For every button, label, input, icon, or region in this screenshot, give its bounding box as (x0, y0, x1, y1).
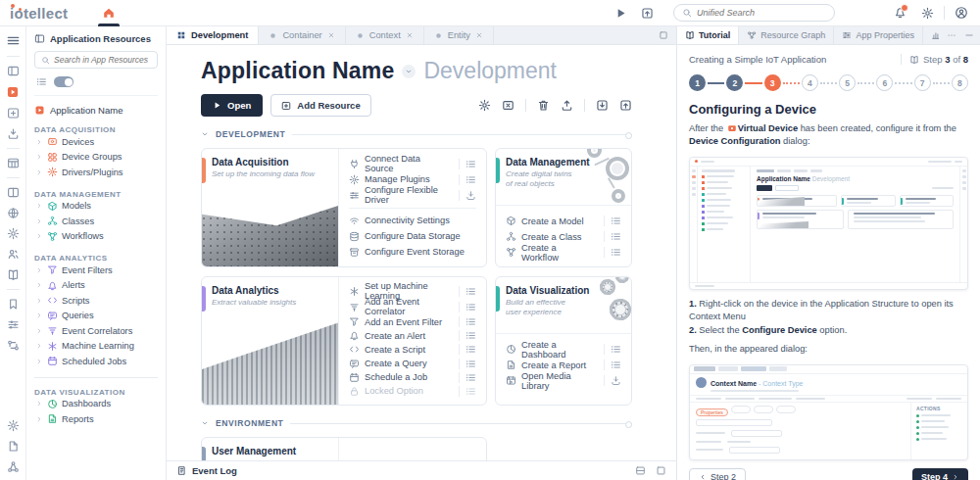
run-icon[interactable] (614, 7, 627, 20)
action-create-script[interactable]: Create a Script (349, 343, 476, 356)
minimize-icon[interactable] (964, 30, 974, 40)
web-icon[interactable] (7, 207, 20, 219)
sidebar-item-scripts[interactable]: Scripts (34, 293, 158, 309)
add-window-icon[interactable] (7, 107, 20, 120)
system-settings-icon[interactable] (7, 227, 20, 240)
view-toggle[interactable] (54, 76, 74, 87)
sidebar-item-dashboards[interactable]: Dashboards (34, 397, 158, 412)
sidebar-item-workflows[interactable]: Workflows (34, 229, 158, 245)
step-5[interactable]: 5 (839, 74, 856, 91)
sidebar-item-drivers-plugins[interactable]: Drivers/Plugins (34, 165, 158, 180)
data-management-media[interactable]: Data Management Create digital twins of … (496, 149, 631, 206)
home-tab[interactable] (95, 0, 122, 26)
sidebar-item-devices[interactable]: Devices (34, 134, 158, 150)
unified-search-input[interactable] (697, 8, 826, 18)
upload-icon[interactable] (561, 99, 573, 112)
sidebar-item-machine-learning[interactable]: Machine Learning (34, 339, 158, 355)
list-icon[interactable] (466, 286, 476, 297)
next-step-button[interactable]: Step 4 (912, 468, 968, 480)
action-create-model[interactable]: Create a Model (506, 214, 621, 228)
resource-search[interactable] (34, 51, 158, 69)
sidebar-item-queries[interactable]: Queries (34, 309, 158, 324)
list-icon[interactable] (466, 316, 476, 327)
import-box-icon[interactable] (596, 99, 609, 112)
step-1[interactable]: 1 (689, 74, 706, 91)
action-configure-event-storage[interactable]: Configure Event Storage (349, 245, 476, 260)
applications-icon[interactable] (6, 85, 20, 99)
action-open-media-library[interactable]: Open Media Library (506, 373, 621, 388)
export-doc-icon[interactable] (7, 440, 20, 453)
settings-icon[interactable] (478, 99, 491, 112)
overflow-icon[interactable] (947, 30, 956, 40)
list-icon[interactable] (466, 330, 476, 341)
notifications-icon[interactable] (894, 6, 906, 19)
sidebar-item-scheduled-jobs[interactable]: Scheduled Jobs (34, 354, 158, 369)
knowledge-base-icon[interactable] (7, 268, 20, 281)
tree-list-icon[interactable] (36, 76, 47, 87)
action-create-dashboard[interactable]: Create a Dashboard (506, 342, 621, 357)
list-icon[interactable] (466, 372, 476, 383)
list-icon[interactable] (466, 159, 476, 169)
tab-statistics[interactable]: St (923, 26, 939, 44)
export-icon[interactable] (641, 7, 654, 20)
panels-icon[interactable] (7, 65, 20, 77)
layout-icon[interactable] (7, 186, 20, 199)
list-icon[interactable] (466, 344, 476, 355)
user-management-media[interactable]: User Management Control over access and … (202, 438, 339, 460)
tree-root-application[interactable]: Application Name (34, 105, 158, 116)
sidebar-item-event-filters[interactable]: Event Filters (34, 263, 158, 278)
step-8[interactable]: 8 (952, 74, 968, 91)
action-connectivity-settings[interactable]: Connectivity Settings (349, 214, 476, 228)
prev-step-button[interactable]: Step 2 (689, 468, 746, 480)
event-log-bar[interactable]: Event Log (167, 460, 676, 480)
variables-icon[interactable] (502, 99, 514, 112)
list-icon[interactable] (611, 216, 621, 226)
download-icon[interactable] (466, 190, 476, 201)
action-create-alert[interactable]: Create an Alert (349, 329, 476, 342)
title-dropdown[interactable] (402, 65, 416, 78)
unified-search[interactable] (673, 4, 835, 22)
action-create-workflow[interactable]: Create a Workflow (506, 245, 621, 260)
tab-context[interactable]: Context (346, 26, 424, 44)
list-icon[interactable] (611, 247, 621, 258)
action-configure-data-storage[interactable]: Configure Data Storage (349, 229, 476, 244)
workflow-icon[interactable] (7, 339, 20, 352)
list-icon[interactable] (466, 302, 476, 312)
split-panel-icon[interactable] (635, 465, 646, 476)
menu-icon[interactable] (6, 33, 21, 48)
tab-tutorial[interactable]: Tutorial (677, 26, 739, 44)
maximize-icon[interactable] (656, 465, 666, 476)
step-4[interactable]: 4 (802, 74, 818, 91)
table-icon[interactable] (7, 157, 20, 169)
list-icon[interactable] (466, 359, 476, 369)
network-icon[interactable] (7, 460, 20, 473)
settings-icon[interactable] (921, 7, 934, 20)
step-3[interactable]: 3 (764, 74, 781, 91)
step-6[interactable]: 6 (876, 74, 893, 91)
step-7[interactable]: 7 (914, 74, 931, 91)
tab-entity[interactable]: Entity (424, 26, 494, 44)
action-add-event-correlator[interactable]: Add an Event Correlator (349, 300, 476, 314)
data-acquisition-media[interactable]: Data Acquisition Set up the incoming dat… (202, 149, 339, 266)
action-connect-data-source[interactable]: Connect Data Source (349, 157, 476, 171)
bookmarks-icon[interactable] (7, 298, 20, 311)
tab-container[interactable]: Container (259, 26, 345, 44)
tab-app-properties[interactable]: App Properties (834, 26, 923, 44)
close-icon[interactable] (327, 31, 335, 39)
export-box-icon[interactable] (619, 99, 632, 112)
download-icon[interactable] (611, 375, 621, 386)
close-icon[interactable] (475, 31, 483, 39)
list-icon[interactable] (611, 360, 621, 370)
resource-search-input[interactable] (54, 55, 151, 65)
open-button[interactable]: Open (201, 94, 263, 117)
tab-development[interactable]: Development (167, 26, 259, 44)
action-configure-flexible-driver[interactable]: Configure Flexible Driver (349, 188, 476, 203)
action-create-query[interactable]: Create a Query (349, 358, 476, 370)
delete-icon[interactable] (537, 99, 550, 112)
list-icon[interactable] (611, 231, 621, 242)
sidebar-item-classes[interactable]: Classes (34, 214, 158, 229)
filters-icon[interactable] (7, 318, 20, 331)
environment-section-header[interactable]: ENVIRONMENT (201, 418, 632, 428)
tab-resource-graph[interactable]: Resource Graph (739, 26, 834, 44)
preferences-icon[interactable] (7, 419, 20, 432)
